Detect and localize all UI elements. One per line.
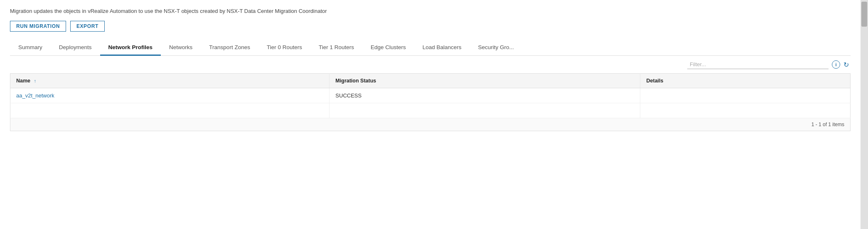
- page-description: Migration updates the objects in vRealiz…: [10, 7, 851, 15]
- table-footer: 1 - 1 of 1 items: [10, 118, 851, 131]
- col-header-details[interactable]: Details: [640, 74, 851, 88]
- export-button[interactable]: EXPORT: [70, 21, 105, 32]
- data-table: Name ↑ Migration Status Details aa_v2t_n…: [10, 73, 851, 118]
- filter-input[interactable]: [687, 60, 829, 69]
- tabs-bar: Summary Deployments Network Profiles Net…: [10, 40, 851, 56]
- tab-tier1-routers[interactable]: Tier 1 Routers: [310, 40, 362, 56]
- cell-details: [640, 88, 851, 103]
- tab-network-profiles[interactable]: Network Profiles: [100, 40, 161, 56]
- tab-summary[interactable]: Summary: [10, 40, 51, 56]
- tab-security-groups[interactable]: Security Gro...: [470, 40, 522, 56]
- run-migration-button[interactable]: RUN MIGRATION: [10, 21, 66, 32]
- tab-networks[interactable]: Networks: [161, 40, 201, 56]
- tab-load-balancers[interactable]: Load Balancers: [414, 40, 470, 56]
- col-header-migration-status[interactable]: Migration Status: [329, 74, 640, 88]
- scrollbar[interactable]: [861, 0, 868, 229]
- table-row: aa_v2t_network SUCCESS: [10, 88, 851, 103]
- filter-bar: i ↻: [10, 56, 851, 73]
- tab-tier0-routers[interactable]: Tier 0 Routers: [258, 40, 310, 56]
- refresh-icon[interactable]: ↻: [843, 61, 849, 69]
- tab-edge-clusters[interactable]: Edge Clusters: [362, 40, 414, 56]
- tab-transport-zones[interactable]: Transport Zones: [201, 40, 258, 56]
- cell-migration-status: SUCCESS: [329, 88, 640, 103]
- info-icon[interactable]: i: [832, 60, 840, 69]
- sort-icon-name: ↑: [34, 78, 37, 83]
- action-buttons-bar: RUN MIGRATION EXPORT: [10, 21, 851, 32]
- cell-name: aa_v2t_network: [10, 88, 329, 103]
- network-profile-link[interactable]: aa_v2t_network: [16, 92, 54, 99]
- scrollbar-thumb[interactable]: [861, 2, 867, 27]
- table-row-empty-1: [10, 103, 851, 118]
- table-header-row: Name ↑ Migration Status Details: [10, 74, 851, 88]
- tab-deployments[interactable]: Deployments: [51, 40, 100, 56]
- col-header-name[interactable]: Name ↑: [10, 74, 329, 88]
